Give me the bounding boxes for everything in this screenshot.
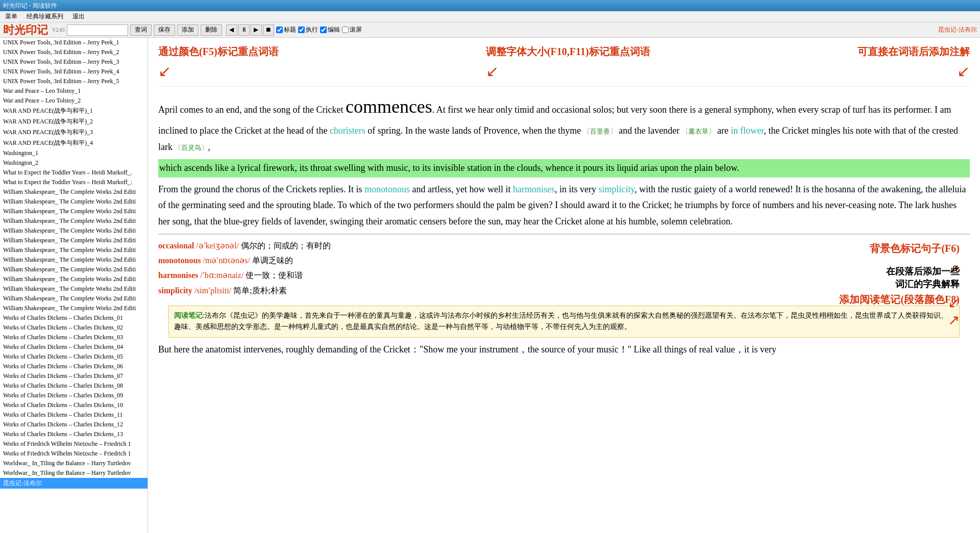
sidebar-item-41[interactable]: Works of Friedrich Wilhelm Nietzsche – F… — [0, 439, 148, 449]
sidebar-item-34[interactable]: Works of Charles Dickens – Charles Dicke… — [0, 371, 148, 381]
sidebar-item-17[interactable]: William Shakespeare_ The Complete Works … — [0, 207, 148, 216]
sidebar-item-7[interactable]: WAR AND PEACE(战争与和平)_1 — [0, 106, 148, 116]
search-input[interactable] — [67, 24, 128, 36]
play-button[interactable]: ▶ — [251, 24, 262, 36]
title-bar: 时光印记 - 阅读软件 — [0, 0, 980, 11]
sidebar-item-25[interactable]: William Shakespeare_ The Complete Works … — [0, 284, 148, 294]
sidebar-item-19[interactable]: William Shakespeare_ The Complete Works … — [0, 226, 148, 236]
sidebar-item-39[interactable]: Works of Charles Dickens – Charles Dicke… — [0, 420, 148, 429]
menu-item-menu[interactable]: 菜单 — [3, 12, 19, 21]
sidebar-item-28[interactable]: Works of Charles Dickens – Charles Dicke… — [0, 313, 148, 323]
play-back-button[interactable]: ◀ — [226, 24, 237, 36]
sidebar-item-37[interactable]: Works of Charles Dickens – Charles Dicke… — [0, 400, 148, 410]
word-choristers: choristers — [330, 125, 365, 136]
checkbox-scroll[interactable]: 滚屏 — [342, 26, 362, 34]
toolbar: 时光印记 V2.83 查词 保存 添加 删除 ◀ ⏸ ▶ ⏹ 标题 执行 编辑 … — [0, 22, 980, 38]
sidebar-item-2[interactable]: UNIX Power Tools, 3rd Edition – Jerry Pe… — [0, 57, 148, 67]
phrase-in-flower: in flower — [731, 125, 764, 136]
sidebar-item-18[interactable]: William Shakespeare_ The Complete Works … — [0, 216, 148, 226]
note-lavender: 〔薰衣草〕 — [682, 128, 715, 135]
sidebar-item-11[interactable]: Washington_1 — [0, 148, 148, 158]
word-harmonises: harmonises — [513, 184, 555, 194]
checkbox-edit[interactable]: 编辑 — [320, 26, 340, 34]
sidebar-item-26[interactable]: William Shakespeare_ The Complete Works … — [0, 294, 148, 303]
sidebar-item-35[interactable]: Works of Charles Dickens – Charles Dicke… — [0, 381, 148, 391]
sidebar-item-4[interactable]: UNIX Power Tools, 3rd Edition – Jerry Pe… — [0, 77, 148, 86]
vocab-row-1: monotonous /məˈnɒtənəs/ 单调乏味的 — [158, 253, 970, 267]
menu-item-classics[interactable]: 经典珍藏系列 — [24, 12, 65, 21]
ann-color-label: 通过颜色(F5)标记重点词语 — [158, 43, 279, 60]
search-button[interactable]: 查词 — [130, 24, 152, 36]
sidebar-item-6[interactable]: War and Peace – Leo Tolstoy_2 — [0, 96, 148, 106]
sidebar-item-29[interactable]: Works of Charles Dickens – Charles Dicke… — [0, 323, 148, 333]
sidebar-item-15[interactable]: William Shakespeare_ The Complete Works … — [0, 187, 148, 197]
sidebar-item-24[interactable]: William Shakespeare_ The Complete Works … — [0, 274, 148, 284]
sidebar-item-14[interactable]: What to Expect the Toddler Years – Heidi… — [0, 177, 148, 187]
sidebar-item-43[interactable]: Worldwar_ In_Tiling the Balance – Harry … — [0, 459, 148, 468]
reading-area: 通过颜色(F5)标记重点词语 ↙ 调整字体大小(F10,F11)标记重点词语 ↙… — [148, 38, 980, 367]
main-layout: UNIX Power Tools, 3rd Edition – Jerry Pe… — [0, 38, 980, 533]
checkbox-title[interactable]: 标题 — [276, 26, 296, 34]
highlighted-paragraph: which ascends like a lyrical firework, i… — [158, 159, 970, 177]
ann-inline-note-label: 可直接在词语后添加注解 — [857, 43, 970, 60]
title-text: 时光印记 - 阅读软件 — [3, 2, 57, 10]
sidebar-item-8[interactable]: WAR AND PEACE(战争与和平)_2 — [0, 116, 148, 127]
word-monotonous: monotonous — [364, 184, 410, 194]
sidebar-item-31[interactable]: Works of Charles Dickens – Charles Dicke… — [0, 342, 148, 352]
sidebar-item-42[interactable]: Works of Friedrich Wilhelm Nietzsche – F… — [0, 449, 148, 459]
sidebar-item-20[interactable]: William Shakespeare_ The Complete Works … — [0, 236, 148, 245]
ann-bgcolor-label: 背景色标记句子(F6) — [870, 240, 960, 257]
pause-button[interactable]: ⏸ — [238, 24, 250, 36]
sidebar-item-13[interactable]: What to Expect the Toddler Years – Heidi… — [0, 168, 148, 177]
sidebar-item-40[interactable]: Works of Charles Dickens – Charles Dicke… — [0, 429, 148, 439]
add-button[interactable]: 添加 — [177, 24, 199, 36]
sidebar-item-30[interactable]: Works of Charles Dickens – Charles Dicke… — [0, 333, 148, 342]
delete-button[interactable]: 删除 — [201, 24, 222, 36]
note-thyme: 〔百里香〕 — [583, 128, 617, 135]
stop-button[interactable]: ⏹ — [263, 24, 274, 36]
vocab-row-2: harmonises /ˈhɑːmənaiz/ 使一致；使和谐 — [158, 268, 970, 282]
sidebar-item-3[interactable]: UNIX Power Tools, 3rd Edition – Jerry Pe… — [0, 67, 148, 77]
sidebar-item-16[interactable]: William Shakespeare_ The Complete Works … — [0, 197, 148, 207]
sidebar-item-1[interactable]: UNIX Power Tools, 3rd Edition – Jerry Pe… — [0, 47, 148, 57]
sidebar-item-23[interactable]: William Shakespeare_ The Complete Works … — [0, 265, 148, 274]
sidebar-item-45[interactable]: 昆虫记-法布尔 — [0, 478, 148, 489]
sidebar-item-27[interactable]: William Shakespeare_ The Complete Works … — [0, 303, 148, 313]
checkbox-execute[interactable]: 执行 — [298, 26, 318, 34]
sidebar-item-22[interactable]: William Shakespeare_ The Complete Works … — [0, 255, 148, 265]
main-paragraph-1: April comes to an end, and the song of t… — [158, 91, 970, 155]
content-area: 通过颜色(F5)标记重点词语 ↙ 调整字体大小(F10,F11)标记重点词语 ↙… — [148, 38, 980, 533]
app-version: V2.83 — [52, 27, 65, 33]
word-simplicity: simplicity — [598, 184, 634, 194]
sidebar-item-44[interactable]: Worldwar_ In_Tiling the Balance – Harry … — [0, 468, 148, 478]
menu-bar: 菜单 经典珍藏系列 退出 — [0, 11, 980, 22]
app-logo: 时光印记 — [3, 22, 48, 38]
notes-label: 阅读笔记 — [174, 312, 203, 319]
vocab-row-0: occasional /əˈkeiʒənəl/ 偶尔的；间或的；有时的 — [158, 239, 970, 252]
sidebar-item-36[interactable]: Works of Charles Dickens – Charles Dicke… — [0, 391, 148, 400]
bottom-paragraph: But here the anatomist intervenes, rough… — [158, 338, 970, 362]
sidebar-item-21[interactable]: William Shakespeare_ The Complete Works … — [0, 245, 148, 255]
sidebar-item-5[interactable]: War and Peace – Leo Tolstoy_1 — [0, 86, 148, 96]
menu-item-exit[interactable]: 退出 — [70, 12, 87, 21]
sidebar-item-9[interactable]: WAR AND PEACE(战争与和平)_3 — [0, 127, 148, 138]
save-button[interactable]: 保存 — [154, 24, 175, 36]
sidebar: UNIX Power Tools, 3rd Edition – Jerry Pe… — [0, 38, 148, 533]
note-lark: 〔百灵鸟〕 — [175, 144, 208, 151]
notes-text: :法布尔《昆虫记》的美学趣味，首先来自于一种潜在的童真与童趣，这或许与法布尔小时… — [174, 312, 948, 331]
sidebar-item-10[interactable]: WAR AND PEACE(战争与和平)_4 — [0, 138, 148, 148]
sidebar-item-12[interactable]: Washington_2 — [0, 158, 148, 168]
ann-note-label: 添加阅读笔记(段落颜色F8) — [839, 291, 960, 308]
main-paragraph-2: From the ground the chorus of the Cricke… — [158, 182, 970, 230]
sidebar-item-32[interactable]: Works of Charles Dickens – Charles Dicke… — [0, 352, 148, 362]
sidebar-item-0[interactable]: UNIX Power Tools, 3rd Edition – Jerry Pe… — [0, 38, 148, 47]
ann-fontsize-label: 调整字体大小(F10,F11)标记重点词语 — [486, 43, 650, 60]
vocab-section: 背景色标记句子(F6) ↗ 在段落后添加一些词汇的字典解释 ↙ 添加阅读笔记(段… — [158, 234, 970, 301]
sidebar-item-33[interactable]: Works of Charles Dickens – Charles Dicke… — [0, 362, 148, 371]
word-commences: commences — [346, 96, 432, 117]
current-book: 昆虫记-法布尔 — [938, 26, 977, 34]
sidebar-item-38[interactable]: Works of Charles Dickens – Charles Dicke… — [0, 410, 148, 420]
ann-vocab-label: 在段落后添加一些词汇的字典解释 — [886, 265, 960, 291]
